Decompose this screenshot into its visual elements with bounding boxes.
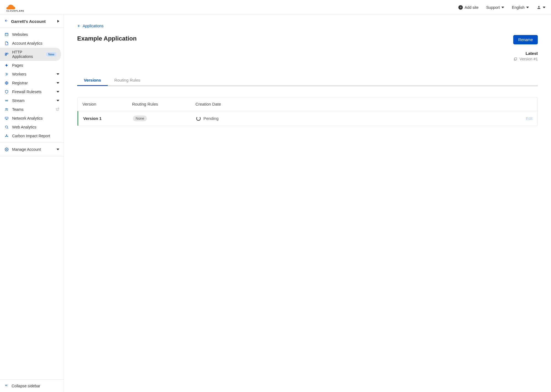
sidebar-item-web-analytics[interactable]: Web Analytics <box>0 123 64 131</box>
tab-label: Routing Rules <box>114 78 140 82</box>
sidebar-item-network-analytics[interactable]: Network Analytics <box>0 114 64 123</box>
versions-table: Version Routing Rules Creation Date Vers… <box>77 97 538 126</box>
user-icon <box>537 5 541 10</box>
svg-rect-5 <box>5 55 7 56</box>
chevron-down-icon <box>57 149 59 150</box>
breadcrumb-applications[interactable]: Applications <box>77 24 104 28</box>
sidebar-item-manage-account[interactable]: Manage Account <box>0 145 64 154</box>
workers-icon <box>4 72 9 76</box>
cloudflare-logo[interactable]: CLOUDFLARE <box>6 3 36 12</box>
sidebar-item-workers[interactable]: Workers <box>0 70 64 79</box>
add-site-button[interactable]: + Add site <box>458 5 479 10</box>
chevron-down-icon <box>543 7 545 8</box>
svg-point-23 <box>6 149 7 150</box>
svg-line-15 <box>7 128 8 128</box>
svg-rect-4 <box>7 53 8 54</box>
versions-icon <box>514 57 517 61</box>
teams-icon <box>4 108 9 111</box>
svg-rect-24 <box>515 58 517 60</box>
svg-point-10 <box>7 109 8 109</box>
nav-separator <box>0 143 64 143</box>
latest-label: Latest <box>77 51 538 56</box>
svg-line-21 <box>6 136 6 136</box>
tab-routing-rules[interactable]: Routing Rules <box>108 74 147 86</box>
sidebar-item-stream[interactable]: Stream <box>0 96 64 105</box>
sidebar-item-http-applications[interactable]: HTTP Applications New <box>0 48 61 61</box>
rules-none-pill: None <box>133 116 147 121</box>
double-chevron-left-icon <box>4 383 8 388</box>
pages-icon <box>4 63 9 67</box>
sidebar-item-firewall-rulesets[interactable]: Firewall Rulesets <box>0 87 64 96</box>
document-icon <box>4 41 9 45</box>
tab-versions[interactable]: Versions <box>77 74 108 86</box>
svg-rect-3 <box>5 53 7 54</box>
support-menu[interactable]: Support <box>486 5 504 10</box>
sidebar-item-registrar[interactable]: Registrar <box>0 79 64 87</box>
browser-icon <box>4 33 9 36</box>
caret-right-icon <box>57 20 59 23</box>
sidebar-item-teams[interactable]: Teams <box>0 105 64 114</box>
sidebar-item-label: Pages <box>12 63 59 68</box>
chevron-down-icon <box>501 7 504 8</box>
collapse-sidebar-button[interactable]: Collapse sidebar <box>0 379 64 392</box>
breadcrumb-label: Applications <box>83 24 104 28</box>
sidebar-item-label: Network Analytics <box>12 116 59 120</box>
language-menu[interactable]: English <box>512 5 529 10</box>
status-label: Pending <box>203 116 219 121</box>
main-content: Applications Example Application Rename … <box>64 15 551 392</box>
sidebar-item-label: Registrar <box>12 81 53 85</box>
spinner-icon <box>196 116 201 121</box>
tab-label: Versions <box>84 78 101 82</box>
table-row: Version 1 None Pending Edit <box>77 111 537 126</box>
chevron-down-icon <box>526 7 529 8</box>
sidebar-item-label: Stream <box>12 98 53 103</box>
col-header-creation-date: Creation Date <box>195 102 516 106</box>
sidebar-item-websites[interactable]: Websites <box>0 30 64 39</box>
rename-button[interactable]: Rename <box>513 35 538 44</box>
globe-icon <box>4 81 9 85</box>
chevron-down-icon <box>57 73 59 75</box>
sidebar-item-label: Account Analytics <box>12 41 59 45</box>
sidebar-item-label: Manage Account <box>12 147 53 152</box>
version-meta: Latest Version #1 <box>77 51 538 61</box>
network-icon <box>4 116 9 120</box>
sidebar-item-account-analytics[interactable]: Account Analytics <box>0 39 64 48</box>
svg-rect-11 <box>5 117 8 119</box>
add-site-label: Add site <box>464 5 479 10</box>
stream-icon <box>4 99 9 103</box>
chevron-down-icon <box>57 82 59 84</box>
table-header: Version Routing Rules Creation Date <box>77 97 537 111</box>
gear-icon <box>4 147 9 151</box>
header-actions: + Add site Support English <box>458 5 545 10</box>
sidebar-item-label: Workers <box>12 72 53 76</box>
chevron-down-icon <box>57 91 59 93</box>
col-header-routing-rules: Routing Rules <box>132 102 195 106</box>
chevron-down-icon <box>57 100 59 101</box>
account-name: Garrett's Account <box>11 19 46 24</box>
nav-separator <box>0 156 64 156</box>
user-menu[interactable] <box>537 5 545 10</box>
svg-point-9 <box>6 108 7 109</box>
pending-status: Pending <box>196 116 516 121</box>
account-selector[interactable]: Garrett's Account <box>0 15 64 28</box>
svg-point-16 <box>6 135 7 136</box>
svg-text:CLOUDFLARE: CLOUDFLARE <box>6 10 24 12</box>
sidebar-item-label: Firewall Rulesets <box>12 90 53 94</box>
arrow-left-icon <box>77 24 81 28</box>
sidebar-item-carbon-impact[interactable]: Carbon Impact Report <box>0 131 64 140</box>
apps-icon <box>4 52 9 56</box>
new-badge: New <box>46 52 57 57</box>
col-header-version: Version <box>82 102 132 106</box>
sidebar: Garrett's Account Websites Account Analy… <box>0 15 64 392</box>
top-header: CLOUDFLARE + Add site Support English <box>0 0 551 15</box>
support-label: Support <box>486 5 500 10</box>
cell-version: Version 1 <box>83 116 133 121</box>
edit-link[interactable]: Edit <box>526 116 533 121</box>
sidebar-item-label: Web Analytics <box>12 125 59 129</box>
sidebar-item-label: Websites <box>12 32 59 37</box>
version-number: Version #1 <box>520 57 538 61</box>
svg-line-22 <box>7 136 8 136</box>
language-label: English <box>512 5 525 10</box>
sidebar-item-pages[interactable]: Pages <box>0 61 64 70</box>
arrow-left-icon <box>4 19 8 24</box>
